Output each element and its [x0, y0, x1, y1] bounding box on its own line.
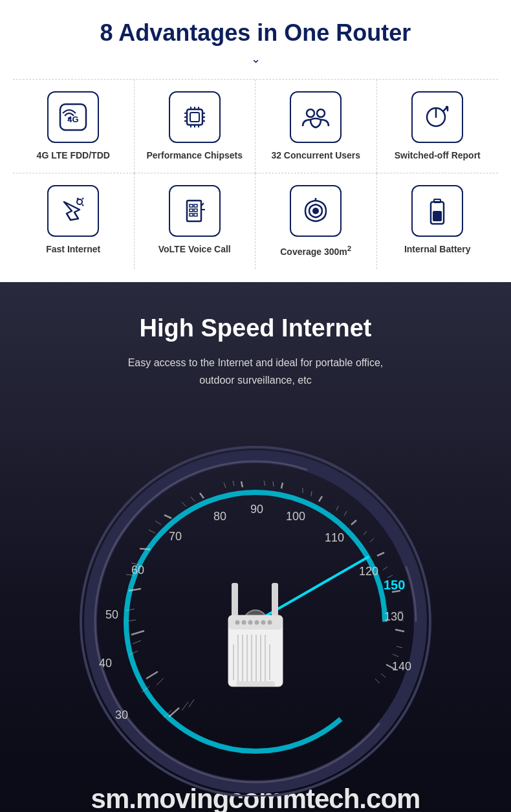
svg-line-73	[189, 699, 194, 707]
svg-point-109	[242, 620, 246, 625]
advantages-section: 8 Advantages in One Router ⌄ 4G 4G LTE F…	[0, 0, 511, 282]
svg-line-86	[224, 483, 226, 488]
advantage-users: 32 Concurrent Users	[256, 80, 377, 173]
svg-rect-23	[190, 204, 193, 207]
svg-text:130: 130	[384, 610, 404, 623]
svg-line-72	[182, 702, 188, 710]
svg-point-108	[235, 620, 240, 625]
svg-text:80: 80	[213, 510, 226, 523]
svg-line-63	[241, 481, 243, 487]
svg-line-82	[149, 530, 155, 533]
svg-point-17	[307, 109, 314, 117]
users-label: 32 Concurrent Users	[271, 149, 360, 161]
advantage-coverage: Coverage 300m2	[256, 173, 377, 269]
advantage-switched-off: Switched-off Report	[377, 80, 499, 173]
svg-line-65	[319, 496, 322, 501]
coverage-icon	[290, 185, 342, 237]
svg-rect-4	[190, 113, 199, 122]
svg-line-66	[351, 520, 356, 525]
svg-line-96	[383, 567, 387, 570]
battery-label: Internal Battery	[404, 243, 471, 255]
svg-text:60: 60	[131, 564, 144, 576]
svg-line-75	[157, 678, 164, 685]
speedometer: 150 30 40 50 60 70 80 90 100 110 120 130	[29, 408, 482, 796]
svg-line-85	[191, 497, 195, 501]
advantage-volte: VoLTE Voice Call	[135, 173, 256, 269]
svg-point-21	[77, 199, 82, 204]
svg-text:110: 110	[325, 531, 344, 544]
svg-line-103	[375, 679, 380, 683]
svg-line-60	[140, 549, 150, 549]
svg-text:140: 140	[392, 660, 411, 673]
speed-title: High Speed Internet	[13, 314, 498, 342]
svg-line-92	[336, 506, 338, 510]
svg-point-112	[261, 620, 266, 625]
svg-line-102	[381, 674, 386, 677]
svg-line-93	[344, 511, 347, 516]
volte-label: VoLTE Voice Call	[158, 243, 231, 255]
advantage-chipset: Performance Chipsets	[135, 80, 256, 173]
svg-point-111	[255, 620, 259, 625]
4g-lte-icon: 4G	[47, 91, 99, 143]
svg-rect-3	[187, 109, 202, 125]
svg-line-67	[377, 553, 384, 556]
svg-line-58	[131, 631, 144, 635]
svg-line-84	[182, 502, 186, 507]
svg-text:70: 70	[169, 530, 182, 543]
svg-text:90: 90	[250, 503, 263, 516]
battery-icon	[411, 185, 463, 237]
svg-line-95	[370, 538, 374, 542]
svg-line-100	[397, 646, 402, 648]
chipset-icon	[169, 91, 221, 143]
volte-icon	[169, 185, 221, 237]
svg-rect-27	[190, 214, 193, 216]
svg-line-62	[200, 493, 204, 498]
svg-line-61	[164, 515, 171, 518]
fast-internet-label: Fast Internet	[46, 243, 100, 255]
speed-description: Easy access to the Internet and ideal fo…	[13, 354, 498, 389]
switched-off-icon	[411, 91, 463, 143]
svg-text:30: 30	[115, 708, 128, 721]
svg-text:40: 40	[99, 657, 112, 670]
svg-text:150: 150	[384, 578, 405, 592]
svg-line-64	[281, 483, 283, 488]
svg-text:120: 120	[359, 565, 378, 578]
coverage-label: Coverage 300m2	[280, 243, 351, 258]
chevron-down-icon: ⌄	[13, 52, 498, 66]
section-title: 8 Advantages in One Router	[13, 19, 498, 47]
advantage-4g-lte: 4G 4G LTE FDD/TDD	[13, 80, 135, 173]
svg-text:50: 50	[105, 608, 118, 621]
svg-line-101	[393, 654, 398, 657]
svg-point-110	[248, 620, 253, 625]
svg-point-2	[68, 117, 71, 120]
svg-point-18	[317, 109, 325, 117]
users-icon	[290, 91, 342, 143]
svg-line-87	[233, 481, 234, 486]
switched-off-label: Switched-off Report	[395, 149, 481, 161]
svg-line-56	[169, 708, 179, 717]
svg-line-77	[133, 641, 141, 644]
svg-rect-35	[433, 211, 442, 221]
svg-line-94	[364, 531, 367, 535]
advantage-fast-internet: Fast Internet	[13, 173, 135, 269]
svg-rect-34	[434, 199, 440, 203]
svg-text:100: 100	[286, 510, 305, 523]
svg-line-91	[311, 491, 312, 496]
svg-rect-123	[236, 681, 275, 686]
4g-lte-label: 4G LTE FDD/TDD	[37, 149, 110, 161]
speedometer-svg: 150 30 40 50 60 70 80 90 100 110 120 130	[29, 408, 482, 796]
svg-rect-25	[190, 209, 193, 212]
svg-point-113	[268, 620, 272, 625]
speed-section: High Speed Internet Easy access to the I…	[0, 282, 511, 812]
advantage-battery: Internal Battery	[377, 173, 499, 269]
advantages-grid: 4G 4G LTE FDD/TDD	[13, 79, 498, 269]
svg-line-57	[146, 672, 158, 679]
svg-line-88	[264, 481, 265, 486]
svg-rect-28	[194, 214, 197, 216]
svg-rect-105	[232, 583, 238, 618]
svg-rect-106	[272, 583, 278, 618]
svg-line-69	[395, 630, 404, 631]
svg-line-89	[273, 481, 274, 487]
chipset-label: Performance Chipsets	[146, 149, 243, 161]
svg-line-83	[155, 521, 161, 525]
